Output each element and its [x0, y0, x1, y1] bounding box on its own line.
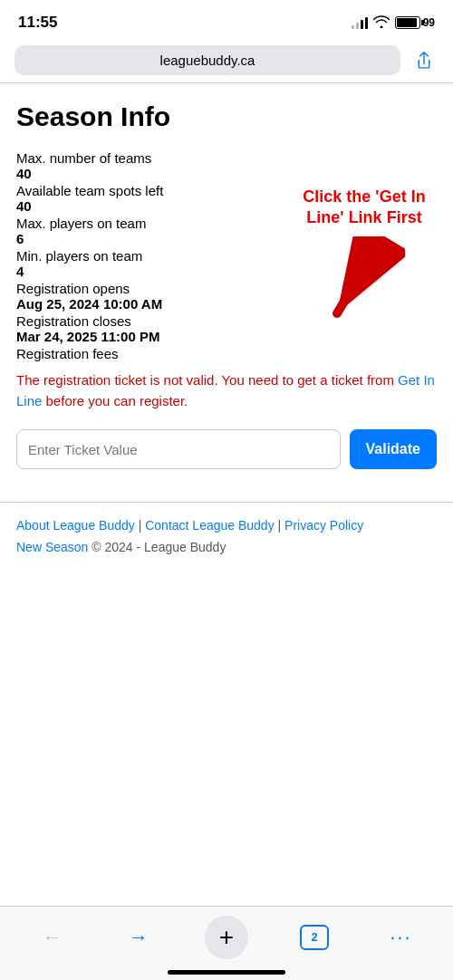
signal-icon: [352, 16, 368, 29]
footer-link-contact[interactable]: Contact League Buddy: [145, 518, 274, 533]
info-value: 40: [16, 166, 437, 181]
share-button[interactable]: [410, 46, 439, 75]
error-section: The registration ticket is not valid. Yo…: [16, 370, 437, 411]
footer-links: About League Buddy | Contact League Budd…: [16, 515, 437, 559]
ticket-input[interactable]: [16, 429, 341, 469]
info-section: Max. number of teams40Available team spo…: [16, 150, 437, 361]
address-bar[interactable]: leaguebuddy.ca: [14, 45, 400, 75]
new-tab-button[interactable]: +: [205, 916, 248, 959]
battery-icon: 99: [395, 16, 435, 29]
footer-link-new-season[interactable]: New Season: [16, 540, 88, 554]
footer-link-privacy[interactable]: Privacy Policy: [284, 518, 363, 533]
footer-link-about[interactable]: About League Buddy: [16, 518, 135, 533]
back-icon: ←: [43, 927, 63, 947]
status-bar: 11:55 99: [0, 0, 453, 40]
url-text: leaguebuddy.ca: [160, 53, 255, 68]
nav-bar: ← → + 2 ···: [0, 906, 453, 980]
ticket-section: Validate: [16, 429, 437, 469]
info-row: Max. number of teams40: [16, 150, 437, 181]
more-icon: ···: [390, 926, 411, 949]
status-icons: 99: [352, 15, 435, 31]
more-button[interactable]: ···: [381, 926, 420, 949]
tabs-button[interactable]: 2: [294, 925, 334, 950]
address-bar-container: leaguebuddy.ca: [0, 40, 453, 82]
annotation-text: Click the 'Get In Line' Link First: [301, 187, 428, 229]
info-row: Registration fees: [16, 346, 437, 361]
info-label: Max. number of teams: [16, 150, 437, 166]
status-time: 11:55: [18, 14, 57, 32]
error-suffix: before you can register.: [42, 393, 188, 408]
home-indicator: [168, 970, 285, 975]
battery-level: 99: [423, 16, 435, 29]
tab-count-badge: 2: [300, 925, 329, 950]
validate-button[interactable]: Validate: [350, 429, 437, 469]
footer-sep-2: |: [278, 518, 285, 533]
page-title: Season Info: [16, 101, 437, 132]
info-label: Registration fees: [16, 346, 437, 361]
forward-icon: →: [129, 927, 149, 947]
main-content: Season Info Max. number of teams40Availa…: [0, 83, 453, 502]
footer-section: About League Buddy | Contact League Budd…: [0, 503, 453, 568]
click-annotation: Click the 'Get In Line' Link First: [301, 187, 428, 327]
error-message: The registration ticket is not valid. Yo…: [16, 370, 437, 411]
plus-icon: +: [219, 925, 234, 950]
footer-copyright: © 2024 - League Buddy: [92, 540, 226, 554]
forward-button[interactable]: →: [119, 927, 159, 947]
error-prefix: The registration ticket is not valid. Yo…: [16, 372, 398, 388]
wifi-icon: [373, 15, 390, 31]
info-value: Mar 24, 2025 11:00 PM: [16, 329, 437, 344]
arrow-icon: [301, 236, 428, 327]
back-button[interactable]: ←: [33, 927, 72, 947]
svg-line-1: [337, 245, 378, 313]
